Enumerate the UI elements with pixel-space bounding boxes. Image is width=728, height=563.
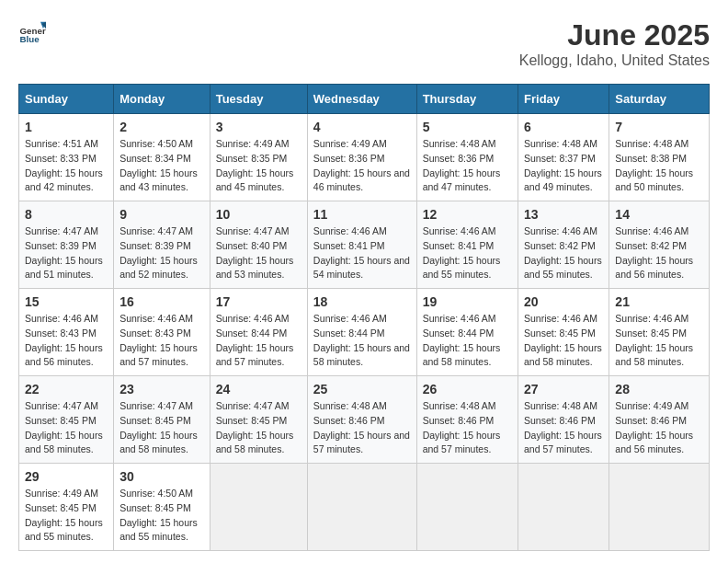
- day-number: 26: [423, 382, 512, 396]
- day-number: 11: [313, 207, 411, 222]
- day-number: 25: [313, 382, 411, 396]
- calendar-cell: 8Sunrise: 4:47 AMSunset: 8:39 PMDaylight…: [19, 201, 114, 289]
- calendar-week-3: 15Sunrise: 4:46 AMSunset: 8:43 PMDayligh…: [19, 289, 710, 376]
- day-info: Sunrise: 4:50 AMSunset: 8:34 PMDaylight:…: [119, 137, 204, 195]
- calendar-week-5: 29Sunrise: 4:49 AMSunset: 8:45 PMDayligh…: [19, 464, 710, 551]
- calendar-cell: 25Sunrise: 4:48 AMSunset: 8:46 PMDayligh…: [307, 376, 416, 464]
- day-number: 27: [524, 382, 603, 396]
- day-info: Sunrise: 4:46 AMSunset: 8:45 PMDaylight:…: [524, 312, 603, 370]
- calendar-cell: 10Sunrise: 4:47 AMSunset: 8:40 PMDayligh…: [210, 201, 307, 289]
- day-number: 22: [25, 382, 108, 396]
- calendar-cell: 30Sunrise: 4:50 AMSunset: 8:45 PMDayligh…: [114, 464, 210, 551]
- day-info: Sunrise: 4:47 AMSunset: 8:40 PMDaylight:…: [216, 224, 301, 282]
- weekday-header-tuesday: Tuesday: [210, 85, 307, 114]
- calendar-cell: 27Sunrise: 4:48 AMSunset: 8:46 PMDayligh…: [518, 376, 609, 464]
- calendar-cell: 9Sunrise: 4:47 AMSunset: 8:39 PMDaylight…: [114, 201, 210, 289]
- day-number: 28: [615, 382, 703, 396]
- day-number: 2: [119, 120, 204, 134]
- day-info: Sunrise: 4:48 AMSunset: 8:46 PMDaylight:…: [313, 399, 411, 457]
- day-number: 12: [423, 207, 512, 222]
- calendar-cell: 4Sunrise: 4:49 AMSunset: 8:36 PMDaylight…: [307, 114, 416, 201]
- day-number: 17: [216, 294, 301, 309]
- day-info: Sunrise: 4:48 AMSunset: 8:38 PMDaylight:…: [615, 137, 703, 195]
- calendar-cell: 3Sunrise: 4:49 AMSunset: 8:35 PMDaylight…: [210, 114, 307, 201]
- calendar-cell: 23Sunrise: 4:47 AMSunset: 8:45 PMDayligh…: [114, 376, 210, 464]
- day-info: Sunrise: 4:51 AMSunset: 8:33 PMDaylight:…: [25, 137, 108, 195]
- day-number: 4: [313, 120, 411, 134]
- weekday-header-wednesday: Wednesday: [307, 85, 416, 114]
- header: General Blue June 2025 Kellogg, Idaho, U…: [18, 18, 710, 69]
- day-number: 24: [216, 382, 301, 396]
- calendar-cell: 24Sunrise: 4:47 AMSunset: 8:45 PMDayligh…: [210, 376, 307, 464]
- calendar-cell: 19Sunrise: 4:46 AMSunset: 8:44 PMDayligh…: [416, 289, 518, 376]
- calendar-cell: 2Sunrise: 4:50 AMSunset: 8:34 PMDaylight…: [114, 114, 210, 201]
- day-info: Sunrise: 4:46 AMSunset: 8:41 PMDaylight:…: [313, 224, 411, 282]
- calendar-cell: 15Sunrise: 4:46 AMSunset: 8:43 PMDayligh…: [19, 289, 114, 376]
- day-number: 8: [25, 207, 108, 222]
- day-number: 14: [615, 207, 703, 222]
- calendar-cell: 11Sunrise: 4:46 AMSunset: 8:41 PMDayligh…: [307, 201, 416, 289]
- svg-text:Blue: Blue: [20, 34, 40, 44]
- day-number: 29: [25, 469, 108, 484]
- day-info: Sunrise: 4:46 AMSunset: 8:41 PMDaylight:…: [423, 224, 512, 282]
- calendar-week-4: 22Sunrise: 4:47 AMSunset: 8:45 PMDayligh…: [19, 376, 710, 464]
- day-info: Sunrise: 4:47 AMSunset: 8:45 PMDaylight:…: [119, 399, 204, 457]
- day-info: Sunrise: 4:49 AMSunset: 8:45 PMDaylight:…: [25, 487, 108, 545]
- day-info: Sunrise: 4:46 AMSunset: 8:43 PMDaylight:…: [119, 312, 204, 370]
- logo: General Blue: [18, 18, 46, 46]
- day-number: 20: [524, 294, 603, 309]
- day-info: Sunrise: 4:46 AMSunset: 8:44 PMDaylight:…: [313, 312, 411, 370]
- day-number: 30: [119, 469, 204, 484]
- calendar-cell: 29Sunrise: 4:49 AMSunset: 8:45 PMDayligh…: [19, 464, 114, 551]
- day-info: Sunrise: 4:49 AMSunset: 8:46 PMDaylight:…: [615, 399, 703, 457]
- weekday-header-thursday: Thursday: [416, 85, 518, 114]
- calendar-cell: 17Sunrise: 4:46 AMSunset: 8:44 PMDayligh…: [210, 289, 307, 376]
- calendar-cell: [210, 464, 307, 551]
- day-info: Sunrise: 4:49 AMSunset: 8:36 PMDaylight:…: [313, 137, 411, 195]
- day-info: Sunrise: 4:47 AMSunset: 8:39 PMDaylight:…: [25, 224, 108, 282]
- day-info: Sunrise: 4:47 AMSunset: 8:39 PMDaylight:…: [119, 224, 204, 282]
- calendar-cell: 13Sunrise: 4:46 AMSunset: 8:42 PMDayligh…: [518, 201, 609, 289]
- calendar-week-1: 1Sunrise: 4:51 AMSunset: 8:33 PMDaylight…: [19, 114, 710, 201]
- day-number: 9: [119, 207, 204, 222]
- calendar-cell: 6Sunrise: 4:48 AMSunset: 8:37 PMDaylight…: [518, 114, 609, 201]
- day-info: Sunrise: 4:46 AMSunset: 8:42 PMDaylight:…: [615, 224, 703, 282]
- day-info: Sunrise: 4:46 AMSunset: 8:44 PMDaylight:…: [423, 312, 512, 370]
- calendar-cell: 14Sunrise: 4:46 AMSunset: 8:42 PMDayligh…: [609, 201, 710, 289]
- day-number: 1: [25, 120, 108, 134]
- day-number: 18: [313, 294, 411, 309]
- calendar-cell: 18Sunrise: 4:46 AMSunset: 8:44 PMDayligh…: [307, 289, 416, 376]
- day-info: Sunrise: 4:48 AMSunset: 8:37 PMDaylight:…: [524, 137, 603, 195]
- day-number: 6: [524, 120, 603, 134]
- day-info: Sunrise: 4:46 AMSunset: 8:44 PMDaylight:…: [216, 312, 301, 370]
- day-number: 13: [524, 207, 603, 222]
- calendar-cell: 26Sunrise: 4:48 AMSunset: 8:46 PMDayligh…: [416, 376, 518, 464]
- day-info: Sunrise: 4:46 AMSunset: 8:42 PMDaylight:…: [524, 224, 603, 282]
- calendar-cell: [518, 464, 609, 551]
- calendar-cell: 28Sunrise: 4:49 AMSunset: 8:46 PMDayligh…: [609, 376, 710, 464]
- day-info: Sunrise: 4:47 AMSunset: 8:45 PMDaylight:…: [25, 399, 108, 457]
- weekday-header-friday: Friday: [518, 85, 609, 114]
- day-number: 10: [216, 207, 301, 222]
- day-info: Sunrise: 4:46 AMSunset: 8:45 PMDaylight:…: [615, 312, 703, 370]
- weekday-header-monday: Monday: [114, 85, 210, 114]
- calendar-cell: 20Sunrise: 4:46 AMSunset: 8:45 PMDayligh…: [518, 289, 609, 376]
- page-title: June 2025: [519, 18, 710, 52]
- day-number: 3: [216, 120, 301, 134]
- day-info: Sunrise: 4:48 AMSunset: 8:46 PMDaylight:…: [524, 399, 603, 457]
- day-number: 15: [25, 294, 108, 309]
- calendar-cell: 22Sunrise: 4:47 AMSunset: 8:45 PMDayligh…: [19, 376, 114, 464]
- calendar-cell: 12Sunrise: 4:46 AMSunset: 8:41 PMDayligh…: [416, 201, 518, 289]
- calendar-cell: 1Sunrise: 4:51 AMSunset: 8:33 PMDaylight…: [19, 114, 114, 201]
- calendar-cell: 7Sunrise: 4:48 AMSunset: 8:38 PMDaylight…: [609, 114, 710, 201]
- weekday-header-row: SundayMondayTuesdayWednesdayThursdayFrid…: [19, 85, 710, 114]
- day-number: 5: [423, 120, 512, 134]
- calendar-body: 1Sunrise: 4:51 AMSunset: 8:33 PMDaylight…: [19, 114, 710, 551]
- calendar-cell: 16Sunrise: 4:46 AMSunset: 8:43 PMDayligh…: [114, 289, 210, 376]
- day-number: 7: [615, 120, 703, 134]
- calendar-cell: 5Sunrise: 4:48 AMSunset: 8:36 PMDaylight…: [416, 114, 518, 201]
- calendar-cell: [609, 464, 710, 551]
- calendar-week-2: 8Sunrise: 4:47 AMSunset: 8:39 PMDaylight…: [19, 201, 710, 289]
- calendar-cell: [307, 464, 416, 551]
- title-area: June 2025 Kellogg, Idaho, United States: [519, 18, 710, 69]
